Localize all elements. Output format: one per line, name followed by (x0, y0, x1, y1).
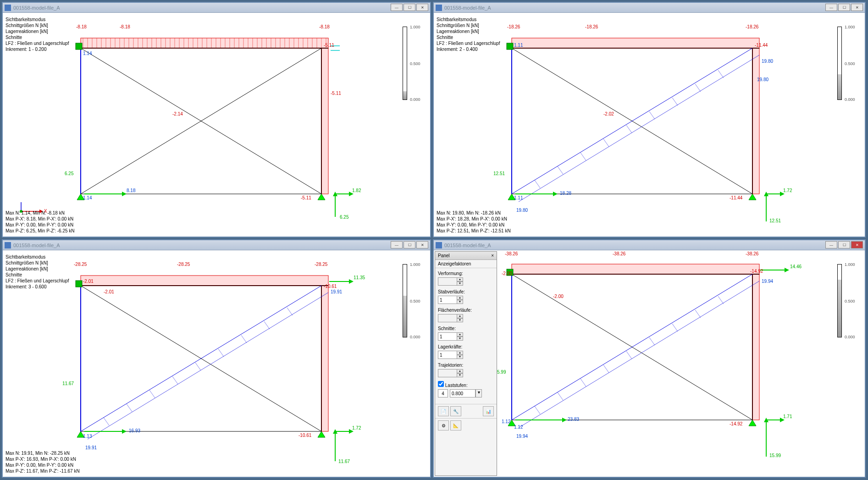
color-scale: 1.000 0.500 0.000 (401, 27, 416, 100)
input-schnitte[interactable] (438, 332, 457, 341)
svg-line-119 (218, 349, 224, 357)
spin-up[interactable]: ▲ (457, 314, 463, 318)
svg-line-151 (718, 296, 724, 304)
svg-line-114 (104, 418, 109, 425)
svg-marker-129 (349, 279, 354, 284)
tool-btn-4[interactable]: ⚙ (438, 420, 449, 430)
label-traj: Trajektorien: (438, 363, 494, 368)
spin-up[interactable]: ▲ (457, 277, 463, 281)
svg-line-147 (626, 351, 632, 359)
minimize-button[interactable]: — (825, 4, 837, 11)
tool-btn-5[interactable]: 📐 (450, 420, 461, 430)
spin-down[interactable]: ▼ (457, 281, 463, 286)
window-title: 001558-model-file_A (444, 5, 491, 11)
svg-marker-156 (562, 418, 567, 422)
input-lager[interactable] (438, 351, 457, 359)
svg-line-90 (603, 139, 609, 147)
svg-line-91 (626, 125, 632, 133)
minimize-button[interactable]: — (391, 4, 403, 11)
spin-down[interactable]: ▼ (457, 337, 463, 341)
diagram (3, 250, 432, 479)
maximize-button[interactable]: ☐ (838, 241, 850, 248)
stats: Max N: 1.14, Min N: -8.18 kNMax P-X': 8.… (6, 210, 75, 234)
panel-close-icon[interactable]: × (491, 253, 494, 258)
spin-up[interactable]: ▲ (457, 351, 463, 355)
svg-rect-106 (321, 286, 328, 431)
close-button[interactable]: ✕ (851, 4, 863, 11)
minimize-button[interactable]: — (391, 241, 403, 248)
stats: Max N: 19.91, Min N: -28.25 kNMax P-X': … (6, 450, 80, 474)
close-button[interactable]: ✕ (416, 4, 428, 11)
minimize-button[interactable]: — (825, 241, 837, 248)
spin-down[interactable]: ▼ (457, 318, 463, 322)
svg-line-117 (172, 376, 178, 384)
svg-line-89 (581, 153, 586, 160)
close-button[interactable]: ✕ (416, 241, 428, 248)
svg-rect-62 (76, 43, 82, 50)
label-lager: Lagerkräfte: (438, 344, 494, 349)
close-button[interactable]: ✕ (851, 241, 863, 248)
app-icon (436, 242, 442, 248)
svg-line-113 (88, 292, 328, 439)
svg-marker-127 (122, 429, 127, 434)
svg-line-122 (287, 308, 293, 315)
window-title: 001558-model-file_A (444, 243, 491, 248)
app-icon (436, 5, 442, 11)
svg-rect-78 (512, 38, 759, 48)
titlebar[interactable]: 001558-model-file_A —☐✕ (3, 240, 430, 250)
dropdown-icon[interactable]: ▾ (475, 389, 482, 397)
label-verformung: Verformung: (438, 271, 494, 276)
spin-up[interactable]: ▲ (457, 296, 463, 300)
svg-rect-96 (507, 43, 513, 50)
svg-line-92 (649, 111, 655, 119)
checkbox-laststufen[interactable]: Laststufen: (438, 383, 468, 388)
svg-rect-0 (81, 38, 328, 48)
tool-btn-3[interactable]: 📊 (483, 406, 494, 416)
svg-rect-79 (752, 48, 759, 194)
label-schnitte: Schnitte: (438, 326, 494, 331)
svg-line-115 (127, 404, 132, 412)
input-flach[interactable] (438, 314, 457, 322)
stats: Max N: 19.80, Min N: -18.26 kNMax P-X': … (437, 210, 511, 234)
display-factors-panel[interactable]: Panel × Anzeigefaktoren Verformung:▲▼ St… (435, 251, 497, 476)
tool-btn-1[interactable]: 📄 (438, 406, 449, 416)
spin-down[interactable]: ▼ (457, 373, 463, 377)
svg-rect-55 (321, 48, 328, 194)
titlebar[interactable]: 001558-model-file_A —☐✕ (434, 3, 865, 13)
diagram (3, 13, 432, 238)
viewport-3: 001558-model-file_A —☐✕ Sichtbarkeitsmod… (2, 239, 431, 478)
spin-up[interactable]: ▲ (457, 369, 463, 373)
viewport-1: 001558-model-file_A — ☐ ✕ Sichtbarkeitsm… (2, 2, 431, 237)
color-scale: 1.000 0.500 0.000 (835, 27, 851, 100)
svg-line-86 (519, 55, 759, 202)
spin-up[interactable]: ▲ (457, 332, 463, 337)
input-last-n[interactable] (438, 389, 448, 397)
viewport-2: 001558-model-file_A —☐✕ Sichtbarkeitsmod… (433, 2, 866, 237)
titlebar[interactable]: 001558-model-file_A —☐✕ (434, 240, 865, 250)
svg-line-94 (695, 84, 701, 92)
svg-line-87 (535, 180, 540, 188)
diagram (434, 250, 867, 479)
svg-line-95 (718, 70, 724, 78)
maximize-button[interactable]: ☐ (404, 241, 415, 248)
svg-marker-98 (749, 194, 756, 200)
color-scale: 1.000 0.500 0.000 (835, 264, 851, 337)
svg-line-149 (672, 324, 678, 331)
svg-rect-123 (76, 281, 82, 287)
maximize-button[interactable]: ☐ (404, 4, 415, 11)
titlebar[interactable]: 001558-model-file_A — ☐ ✕ (3, 3, 430, 13)
input-last-v[interactable] (450, 389, 475, 397)
svg-marker-158 (785, 268, 789, 272)
svg-line-93 (672, 98, 678, 105)
spin-down[interactable]: ▼ (457, 355, 463, 359)
input-verformung[interactable] (438, 277, 457, 286)
viewport-4: 001558-model-file_A —☐✕ -38.26 -38.26 -3… (433, 239, 866, 478)
maximize-button[interactable]: ☐ (838, 4, 850, 11)
svg-line-121 (264, 321, 270, 329)
input-traj[interactable] (438, 369, 457, 377)
panel-header[interactable]: Panel × (435, 252, 497, 260)
svg-line-118 (195, 363, 201, 370)
tool-btn-2[interactable]: 🔧 (450, 406, 461, 416)
input-stab[interactable] (438, 296, 457, 304)
spin-down[interactable]: ▼ (457, 300, 463, 304)
